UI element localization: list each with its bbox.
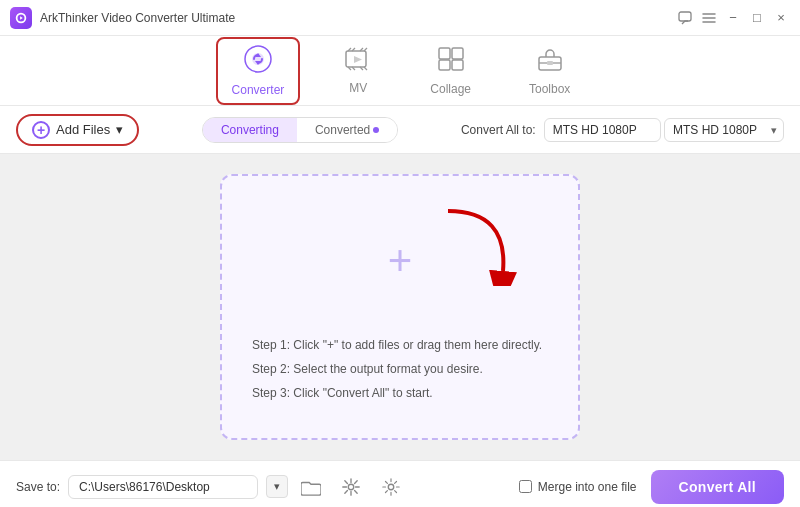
format-value: MTS HD 1080P xyxy=(664,118,784,142)
tab-mv-label: MV xyxy=(349,81,367,95)
svg-rect-8 xyxy=(452,48,463,59)
bottom-right: Merge into one file Convert All xyxy=(519,470,784,504)
folder-icon-btn[interactable] xyxy=(296,472,326,502)
tab-collage[interactable]: Collage xyxy=(416,40,485,102)
mv-icon xyxy=(344,47,372,77)
save-to-section: Save to: ▾ xyxy=(16,472,406,502)
path-dropdown[interactable]: ▾ xyxy=(266,475,288,498)
save-path-input[interactable] xyxy=(68,475,258,499)
converter-icon xyxy=(244,45,272,79)
chat-icon xyxy=(676,9,694,27)
add-files-label: Add Files xyxy=(56,122,110,137)
app-title: ArkThinker Video Converter Ultimate xyxy=(40,11,235,25)
merge-checkbox-input[interactable] xyxy=(519,480,532,493)
svg-rect-10 xyxy=(452,60,463,70)
tab-collage-label: Collage xyxy=(430,82,471,96)
settings1-icon-btn[interactable] xyxy=(336,472,366,502)
save-to-label: Save to: xyxy=(16,480,60,494)
format-select[interactable]: MTS HD 1080P MP4 HD 1080P AVI HD 1080P xyxy=(544,118,661,142)
svg-rect-13 xyxy=(547,61,553,65)
title-bar-left: ArkThinker Video Converter Ultimate xyxy=(10,7,235,29)
menu-icon[interactable] xyxy=(700,9,718,27)
nav-bar: Converter MV Collage xyxy=(0,36,800,106)
tab-toolbox[interactable]: Toolbox xyxy=(515,40,584,102)
svg-point-16 xyxy=(388,484,393,489)
bottom-bar: Save to: ▾ Merge into one file Convert A… xyxy=(0,460,800,507)
format-select-wrap[interactable]: MTS HD 1080P MP4 HD 1080P AVI HD 1080P M… xyxy=(544,118,784,142)
convert-tab-switcher: Converting Converted xyxy=(202,117,398,143)
path-dropdown-arrow: ▾ xyxy=(266,475,288,498)
convert-all-to-label: Convert All to: xyxy=(461,123,536,137)
svg-rect-0 xyxy=(679,12,691,21)
maximize-button[interactable]: □ xyxy=(748,9,766,27)
add-files-plus-icon: + xyxy=(32,121,50,139)
step-2-text: Step 2: Select the output format you des… xyxy=(252,360,548,378)
svg-marker-6 xyxy=(354,56,362,63)
merge-label: Merge into one file xyxy=(538,480,637,494)
drop-zone-top: + xyxy=(252,196,548,326)
step-1-text: Step 1: Click "+" to add files or drag t… xyxy=(252,336,548,354)
converted-dot xyxy=(373,127,379,133)
add-files-button[interactable]: + Add Files ▾ xyxy=(16,114,139,146)
tab-converter-label: Converter xyxy=(232,83,285,97)
settings2-icon-btn[interactable] xyxy=(376,472,406,502)
toolbox-icon xyxy=(536,46,564,78)
svg-point-15 xyxy=(348,484,353,489)
drop-zone-steps: Step 1: Click "+" to add files or drag t… xyxy=(252,336,548,408)
convert-all-to-section: Convert All to: MTS HD 1080P MP4 HD 1080… xyxy=(461,118,784,142)
minimize-button[interactable]: − xyxy=(724,9,742,27)
bottom-icons xyxy=(296,472,406,502)
drop-zone[interactable]: + Step 1: Click "+" to add files or drag… xyxy=(220,174,580,440)
add-files-dropdown-icon: ▾ xyxy=(116,122,123,137)
svg-rect-9 xyxy=(439,60,450,70)
tab-toolbox-label: Toolbox xyxy=(529,82,570,96)
collage-icon xyxy=(437,46,465,78)
title-bar: ArkThinker Video Converter Ultimate − □ … xyxy=(0,0,800,36)
step-3-text: Step 3: Click "Convert All" to start. xyxy=(252,384,548,402)
merge-checkbox-label[interactable]: Merge into one file xyxy=(519,480,637,494)
close-button[interactable]: × xyxy=(772,9,790,27)
window-controls: − □ × xyxy=(676,9,790,27)
tab-mv[interactable]: MV xyxy=(330,41,386,101)
drop-zone-plus: + xyxy=(388,237,413,285)
converted-tab[interactable]: Converted xyxy=(297,118,397,142)
toolbar-row: + Add Files ▾ Converting Converted Conve… xyxy=(0,106,800,154)
convert-all-button[interactable]: Convert All xyxy=(651,470,784,504)
red-arrow xyxy=(438,206,518,290)
converting-tab[interactable]: Converting xyxy=(203,118,297,142)
svg-rect-7 xyxy=(439,48,450,59)
tab-converter[interactable]: Converter xyxy=(216,37,301,105)
main-content-area: + Step 1: Click "+" to add files or drag… xyxy=(0,154,800,460)
app-icon xyxy=(10,7,32,29)
